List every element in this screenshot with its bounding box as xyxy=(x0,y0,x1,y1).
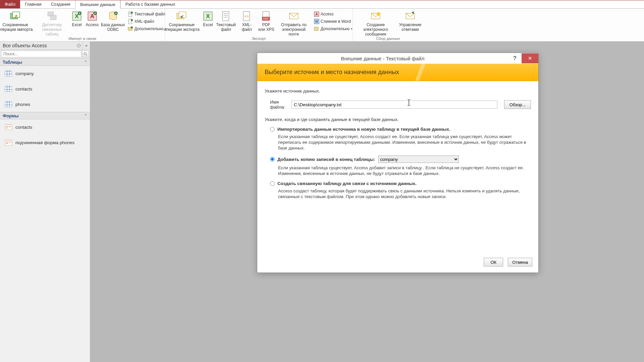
option-link-label[interactable]: Создать связанную таблицу для связи с ис… xyxy=(277,181,417,186)
ribbon-group-export: Сохраненные операции экспорта X Excel Те… xyxy=(165,9,353,41)
radio-link[interactable] xyxy=(270,181,275,186)
svg-rect-62 xyxy=(5,124,12,125)
svg-rect-63 xyxy=(6,126,8,127)
svg-point-44 xyxy=(84,53,87,55)
store-hint-text: Укажите, когда и где сохранять данные в … xyxy=(265,117,531,122)
option-import-new-label[interactable]: Импортировать данные источника в новую т… xyxy=(277,127,450,132)
file-name-label: Имя файла: xyxy=(265,100,291,110)
saved-exports-button[interactable]: Сохраненные операции экспорта xyxy=(163,9,201,32)
svg-text:PDF: PDF xyxy=(263,17,269,20)
svg-rect-64 xyxy=(6,128,8,128)
file-name-input[interactable] xyxy=(291,101,497,109)
source-hint-text: Укажите источник данных. xyxy=(265,88,531,94)
ribbon-group-import: Сохраненные операции импорта Диспетчер с… xyxy=(0,9,165,41)
nav-form-phones-sub[interactable]: подчиненная форма phones xyxy=(0,135,90,150)
nav-search-button[interactable] xyxy=(82,51,89,57)
tab-external-data[interactable]: Внешние данные xyxy=(75,0,120,9)
chevron-up-icon: ⌃ xyxy=(84,60,87,64)
export-access-label: Access xyxy=(321,12,334,16)
export-text-file-button[interactable]: Текстовый файл xyxy=(215,9,237,32)
dropdown-icon: ▾ xyxy=(351,27,353,31)
dialog-help-button[interactable]: ? xyxy=(508,53,522,63)
chevron-up-icon: ⌃ xyxy=(84,114,87,118)
ribbon: Сохраненные операции импорта Диспетчер с… xyxy=(0,9,644,42)
chevron-down-circle-icon xyxy=(77,44,81,48)
nav-section-tables-header[interactable]: Таблицы ⌃ xyxy=(0,58,90,66)
ok-button[interactable]: ОК xyxy=(484,258,503,266)
excel-export-icon: X xyxy=(202,10,214,22)
manage-replies-button[interactable]: Управление ответами xyxy=(398,9,423,32)
export-word-merge-button[interactable]: W Слияние в Word xyxy=(314,18,353,25)
import-xml-file-button[interactable]: <> XML-файл xyxy=(128,18,166,25)
export-pdf-button[interactable]: PDF PDF или XPS xyxy=(257,9,276,32)
svg-text:W: W xyxy=(315,20,318,23)
table-icon xyxy=(5,101,12,107)
nav-table-company[interactable]: company xyxy=(0,66,90,81)
export-access-button[interactable]: A Access xyxy=(314,10,353,18)
dialog-banner-text: Выберите источник и место назначения дан… xyxy=(257,69,399,76)
saved-imports-button[interactable]: Сохраненные операции импорта xyxy=(0,9,35,32)
import-odbc-button[interactable]: База данных ODBC xyxy=(100,9,126,32)
linked-tables-icon xyxy=(46,10,58,22)
export-excel-button[interactable]: X Excel xyxy=(201,9,215,27)
nav-header-title[interactable]: Все объекты Access xyxy=(0,43,75,48)
dialog-close-button[interactable]: ✕ xyxy=(522,53,538,63)
import-xml-file-label: XML-файл xyxy=(135,19,154,24)
tab-file[interactable]: Файл xyxy=(0,0,20,8)
workspace: Все объекты Access « Таблицы ⌃ company xyxy=(0,42,644,362)
nav-section-forms-header[interactable]: Формы ⌃ xyxy=(0,112,90,119)
import-excel-button[interactable]: X Excel xyxy=(69,9,84,27)
tab-home[interactable]: Главная xyxy=(20,0,46,8)
dialog-title: Внешние данные - Текстовый файл xyxy=(257,56,508,61)
manage-replies-icon xyxy=(405,10,416,22)
dialog-body: Укажите источник данных. Имя файла: Обзо… xyxy=(257,81,538,254)
nav-search-input[interactable] xyxy=(1,51,82,57)
browse-button[interactable]: Обзор... xyxy=(504,100,531,109)
import-more-button[interactable]: Дополнительно ▾ xyxy=(128,25,166,33)
table-icon xyxy=(5,86,12,92)
ribbon-group-export-label: Экспорт xyxy=(252,37,266,42)
radio-import-new[interactable] xyxy=(270,127,275,132)
tab-database-tools[interactable]: Работа с базами данных xyxy=(120,0,180,8)
xml-file-icon: <> xyxy=(128,19,133,24)
import-text-dialog: Внешние данные - Текстовый файл ? ✕ Выбе… xyxy=(257,53,539,273)
svg-rect-25 xyxy=(222,11,229,21)
import-text-file-button[interactable]: Текстовый файл xyxy=(128,10,166,18)
nav-item-label: contacts xyxy=(15,125,32,130)
cancel-button[interactable]: Отмена xyxy=(508,258,532,266)
export-small-stack: A Access W Слияние в Word Дополнительно … xyxy=(312,9,355,34)
nav-item-label: phones xyxy=(15,102,30,107)
nav-item-label: подчиненная форма phones xyxy=(15,140,74,145)
import-access-button[interactable]: A Access xyxy=(84,9,100,27)
nav-section-forms: Формы ⌃ contacts подчиненная форма phone… xyxy=(0,112,90,150)
import-small-stack: Текстовый файл <> XML-файл Дополнительно… xyxy=(126,9,168,34)
nav-table-contacts[interactable]: contacts xyxy=(0,81,90,97)
svg-rect-1 xyxy=(12,12,19,17)
nav-search-row xyxy=(0,50,90,58)
option-import-new-desc: Если указанная таблица не существует, Ac… xyxy=(278,134,531,151)
export-xml-button[interactable]: <> XML-файл xyxy=(237,9,257,32)
export-email-button[interactable]: Отправить по электронной почте xyxy=(276,9,312,37)
nav-filter-dropdown[interactable] xyxy=(75,42,83,49)
svg-point-20 xyxy=(131,26,133,28)
radio-append[interactable] xyxy=(270,157,275,162)
text-file-icon xyxy=(128,11,133,17)
option-append-table: Добавить копию записей в конец таблицы: … xyxy=(270,156,531,176)
create-email-button[interactable]: Создание электронного сообщения xyxy=(354,9,398,37)
document-canvas: Внешние данные - Текстовый файл ? ✕ Выбе… xyxy=(90,42,644,362)
import-text-file-label: Текстовый файл xyxy=(135,12,165,16)
nav-table-phones[interactable]: phones xyxy=(0,97,90,112)
svg-text:A: A xyxy=(315,12,318,16)
option-append-label[interactable]: Добавить копию записей в конец таблицы: xyxy=(277,157,375,162)
export-more-button[interactable]: Дополнительно ▾ xyxy=(314,25,353,33)
nav-form-contacts[interactable]: contacts xyxy=(0,119,90,135)
nav-collapse-button[interactable]: « xyxy=(83,42,90,49)
form-icon xyxy=(5,124,12,130)
append-table-select[interactable]: company xyxy=(378,156,459,163)
nav-section-tables-label: Таблицы xyxy=(3,60,22,65)
svg-line-45 xyxy=(86,55,87,56)
ribbon-tabs: Файл Главная Создание Внешние данные Раб… xyxy=(0,0,644,9)
dialog-footer: ОК Отмена xyxy=(257,254,538,273)
svg-rect-68 xyxy=(6,142,8,142)
tab-create[interactable]: Создание xyxy=(46,0,75,8)
